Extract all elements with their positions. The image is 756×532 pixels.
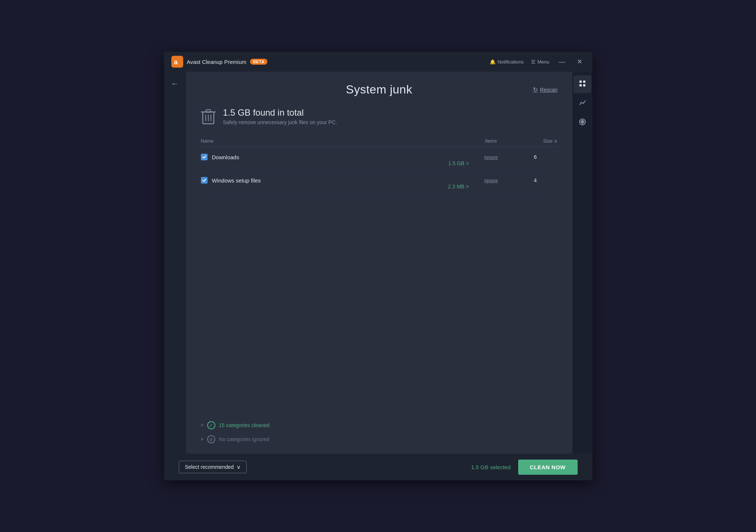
close-button[interactable]: ✕	[575, 58, 585, 66]
cleaned-categories-label: 15 categories cleaned	[219, 422, 270, 428]
svg-point-14	[582, 121, 583, 122]
clean-now-button[interactable]: CLEAN NOW	[518, 460, 578, 475]
content-area: System junk ↻ Rescan	[186, 72, 572, 454]
summary-section: 1.5 GB found in total Safely remove unne…	[186, 104, 572, 135]
content-header: System junk ↻ Rescan	[186, 72, 572, 104]
trash-icon	[201, 108, 216, 128]
menu-button[interactable]: ☰ Menu	[531, 59, 550, 65]
menu-icon: ☰	[531, 59, 536, 65]
downloads-label: Downloads	[212, 154, 239, 160]
rescan-button[interactable]: ↻ Rescan	[533, 86, 557, 93]
col-items-header: Items	[469, 138, 513, 144]
svg-text:a: a	[174, 58, 178, 66]
windows-setup-label: Windows setup files	[212, 177, 261, 184]
footer: Select recommended ∨ 1.5 GB selected CLE…	[164, 454, 592, 480]
grid-view-button[interactable]	[574, 75, 591, 93]
notifications-label: Notifications	[497, 59, 524, 65]
app-title: Avast Cleanup Premium	[187, 59, 246, 65]
right-sidebar	[572, 72, 592, 454]
table-header: Name Items Size ∨	[201, 135, 558, 147]
title-bar-left: a Avast Cleanup Premium BETA	[171, 56, 268, 68]
categories-section: > ✓ 15 categories cleaned > ⊘ No categor…	[186, 411, 572, 454]
grid-icon	[579, 80, 586, 89]
row-name-windows-setup: Windows setup files	[201, 177, 469, 184]
back-button[interactable]: ←	[171, 79, 179, 89]
svg-rect-8	[579, 81, 582, 83]
downloads-items: 6	[513, 154, 558, 160]
windows-setup-size[interactable]: 2.3 MB >	[201, 184, 469, 190]
app-window: a Avast Cleanup Premium BETA 🔔 Notificat…	[164, 52, 592, 480]
page-title: System junk	[346, 83, 413, 96]
rescan-icon: ↻	[533, 86, 538, 93]
menu-label: Menu	[537, 59, 550, 65]
col-size-header: Size ∨	[513, 138, 558, 144]
title-bar-right: 🔔 Notifications ☰ Menu — ✕	[490, 58, 585, 66]
svg-rect-10	[579, 84, 582, 86]
select-recommended-label: Select recommended	[185, 464, 234, 470]
target-icon	[579, 118, 586, 127]
cleaned-categories-item[interactable]: > ✓ 15 categories cleaned	[201, 418, 558, 432]
ignore-windows-setup-button[interactable]: Ignore	[469, 178, 513, 183]
ignored-chevron-icon: >	[201, 437, 203, 442]
checkbox-downloads[interactable]	[201, 154, 208, 160]
downloads-size[interactable]: 1.5 GB >	[201, 160, 469, 166]
select-recommended-button[interactable]: Select recommended ∨	[179, 461, 247, 473]
chart-icon	[579, 99, 586, 108]
avast-logo-icon: a	[171, 56, 183, 68]
total-found-label: 1.5 GB found in total	[223, 108, 337, 118]
summary-text: 1.5 GB found in total Safely remove unne…	[223, 108, 337, 125]
summary-subtitle: Safely remove unnecessary junk files on …	[223, 119, 337, 125]
notifications-button[interactable]: 🔔 Notifications	[490, 59, 524, 65]
beta-badge: BETA	[250, 59, 267, 65]
table-row: Windows setup files Ignore 4 2.3 MB >	[201, 172, 558, 195]
title-bar: a Avast Cleanup Premium BETA 🔔 Notificat…	[164, 52, 592, 72]
table-row: Downloads Ignore 6 1.5 GB >	[201, 149, 558, 172]
minimize-button[interactable]: —	[557, 58, 567, 66]
chart-view-button[interactable]	[574, 95, 591, 112]
dropdown-arrow-icon: ∨	[237, 464, 240, 470]
main-area: ← System junk ↻ Rescan	[164, 72, 592, 454]
table-section: Name Items Size ∨ D	[186, 135, 572, 411]
ignored-categories-label: No categories ignored	[219, 436, 270, 442]
row-name-downloads: Downloads	[201, 154, 469, 160]
checkbox-windows-setup[interactable]	[201, 177, 208, 184]
windows-setup-items: 4	[513, 177, 558, 183]
ignored-icon: ⊘	[207, 435, 215, 443]
svg-rect-11	[583, 84, 585, 86]
target-view-button[interactable]	[574, 114, 591, 132]
svg-rect-9	[583, 81, 585, 83]
col-name-header: Name	[201, 138, 469, 144]
left-nav: ←	[164, 72, 186, 454]
cleaned-icon: ✓	[207, 421, 215, 429]
ignore-downloads-button[interactable]: Ignore	[469, 154, 513, 160]
selected-size-label: 1.5 GB selected	[471, 464, 511, 470]
bell-icon: 🔔	[490, 59, 496, 65]
ignored-categories-item[interactable]: > ⊘ No categories ignored	[201, 432, 558, 446]
rescan-label: Rescan	[540, 87, 557, 93]
cleaned-chevron-icon: >	[201, 423, 203, 428]
